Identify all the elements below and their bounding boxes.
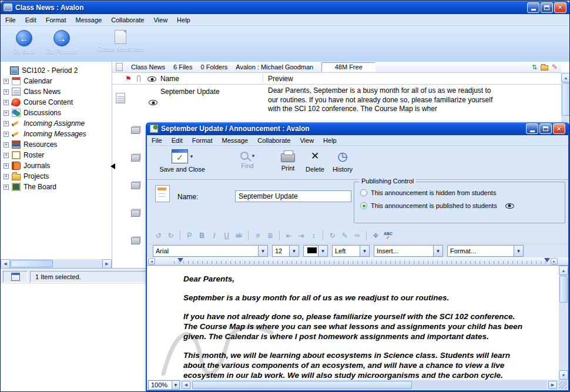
insert-select[interactable]: Insert... ▼ <box>374 245 443 257</box>
tree-item-course-content[interactable]: Course Content <box>1 97 112 108</box>
ruler[interactable]: ◂ ▸ <box>147 257 568 266</box>
folder-icon[interactable] <box>541 65 548 71</box>
edit-icon[interactable]: ✎ <box>552 63 558 71</box>
maximize-button[interactable] <box>539 123 552 134</box>
splitter-handle[interactable] <box>108 163 115 169</box>
align-select[interactable]: Left ▼ <box>332 245 370 257</box>
menu-collaborate[interactable]: Collaborate <box>106 15 149 25</box>
name-input[interactable] <box>235 190 351 202</box>
menu-view[interactable]: View <box>295 136 318 145</box>
expander-icon[interactable] <box>4 110 9 116</box>
go-back-button[interactable]: ← Go Back <box>8 30 41 55</box>
tree-horizontal-scrollbar[interactable]: ◀ ▶ <box>1 259 112 269</box>
scroll-thumb[interactable] <box>11 260 53 267</box>
chevron-down-icon[interactable]: ▾ <box>190 153 193 159</box>
minimize-button[interactable] <box>526 123 538 134</box>
scroll-thumb[interactable] <box>559 276 568 303</box>
doc-titlebar[interactable]: September Update / Announcement : Avalon… <box>147 122 568 135</box>
menu-format[interactable]: Format <box>41 15 71 25</box>
right-margin-marker[interactable] <box>544 258 550 265</box>
resize-grip[interactable] <box>559 381 567 389</box>
expander-icon[interactable] <box>4 142 9 148</box>
bold-icon[interactable]: B <box>196 230 207 241</box>
rotate-icon[interactable]: ↻ <box>327 230 338 241</box>
tree-item-incoming-messages[interactable]: Incoming Messages <box>1 129 112 139</box>
spellcheck-icon[interactable]: ABC✓ <box>383 230 394 241</box>
menu-message[interactable]: Message <box>71 15 107 25</box>
close-button[interactable]: ✕ <box>553 123 565 134</box>
left-margin-marker[interactable] <box>177 258 183 265</box>
undo-icon[interactable]: ↺ <box>153 230 164 241</box>
chevron-down-icon[interactable]: ▼ <box>172 381 179 389</box>
tree-item-incoming-assignments[interactable]: Incoming Assignme <box>1 118 112 129</box>
expander-icon[interactable] <box>4 100 9 105</box>
tree-item-the-board[interactable]: The Board <box>1 182 112 192</box>
chevron-down-icon[interactable]: ▼ <box>258 246 267 256</box>
chevron-down-icon[interactable]: ▼ <box>289 246 299 256</box>
menu-edit[interactable]: Edit <box>21 15 41 25</box>
attachment-icon[interactable] <box>137 75 140 82</box>
radio-hidden[interactable] <box>360 189 367 196</box>
column-name[interactable]: Name <box>160 75 179 83</box>
create-news-item-button[interactable]: Create News Item <box>96 30 145 52</box>
expander-icon[interactable] <box>4 89 9 95</box>
insert-object-icon[interactable]: ❖ <box>370 230 381 241</box>
chevron-down-icon[interactable]: ▾ <box>252 153 255 159</box>
ruler-right-icon[interactable]: ▸ <box>551 258 558 264</box>
tree-item-calendar[interactable]: Calendar <box>1 76 112 86</box>
expander-icon[interactable] <box>4 174 9 179</box>
tree-item-discussions[interactable]: Discussions <box>1 108 112 118</box>
font-size-select[interactable]: 12 ▼ <box>272 245 299 257</box>
column-preview[interactable]: Preview <box>268 75 293 83</box>
expander-icon[interactable] <box>4 79 9 84</box>
expander-icon[interactable] <box>4 132 9 137</box>
close-button[interactable]: ✕ <box>554 2 566 13</box>
zoom-select[interactable]: 100% ▼ <box>148 380 180 390</box>
scroll-up-icon[interactable]: ▲ <box>561 73 570 82</box>
body-horizontal-scrollbar[interactable] <box>192 381 546 389</box>
tree-item-class-news[interactable]: Class News <box>1 86 112 97</box>
chevron-down-icon[interactable]: ▼ <box>514 246 523 256</box>
scroll-left-icon[interactable]: ◀ <box>1 259 10 269</box>
maximize-button[interactable] <box>541 2 553 13</box>
radio-published[interactable] <box>360 202 367 209</box>
brush-icon[interactable]: ✑ <box>351 230 363 241</box>
menu-view[interactable]: View <box>149 15 172 25</box>
menu-help[interactable]: Help <box>318 136 341 145</box>
minimize-button[interactable] <box>527 2 539 13</box>
history-button[interactable]: ◷ History <box>328 148 357 173</box>
go-forward-button[interactable]: → Go Forward <box>45 30 78 55</box>
expander-icon[interactable] <box>4 153 9 158</box>
scroll-right-icon[interactable]: ▶ <box>102 259 112 269</box>
message-body-editor[interactable]: Dear Parents, September is a busy month … <box>147 266 568 380</box>
font-color-select[interactable]: ▼ <box>303 245 328 257</box>
tree-root[interactable]: SCI102 - Period 2 <box>1 65 112 76</box>
scroll-down-icon[interactable]: ▼ <box>559 370 568 380</box>
tree-item-projects[interactable]: Projects <box>1 171 112 182</box>
menu-edit[interactable]: Edit <box>167 136 187 145</box>
expander-icon[interactable] <box>4 121 9 126</box>
underline-icon[interactable]: U <box>221 230 232 241</box>
tree-item-journals[interactable]: Journals <box>1 160 112 171</box>
ruler-left-icon[interactable]: ◂ <box>148 258 155 264</box>
scroll-up-icon[interactable]: ▲ <box>559 266 568 275</box>
find-button[interactable]: ▾ Find <box>229 148 266 169</box>
chevron-down-icon[interactable]: ▼ <box>318 246 327 256</box>
redo-icon[interactable]: ↻ <box>165 230 176 241</box>
menu-format[interactable]: Format <box>187 136 217 145</box>
chevron-down-icon[interactable]: ▼ <box>360 246 369 256</box>
flag-icon[interactable]: ⚑ <box>125 75 132 83</box>
body-vertical-scrollbar[interactable]: ▲ ▼ <box>559 266 568 380</box>
font-family-select[interactable]: Arial ▼ <box>153 245 268 257</box>
scroll-thumb[interactable] <box>192 381 412 389</box>
line-spacing-icon[interactable]: ↕ <box>308 230 319 241</box>
scroll-left-icon[interactable]: ◀ <box>182 381 190 389</box>
radio-hidden-label[interactable]: This announcement is hidden from student… <box>371 189 496 196</box>
indent-icon[interactable]: ⇥ <box>296 230 307 241</box>
tree-item-resources[interactable]: Resources <box>1 139 112 150</box>
menu-message[interactable]: Message <box>217 136 253 145</box>
chevron-down-icon[interactable]: ▼ <box>433 246 442 256</box>
menu-file[interactable]: File <box>147 136 167 145</box>
menu-collaborate[interactable]: Collaborate <box>253 136 295 145</box>
expander-icon[interactable] <box>4 163 9 169</box>
